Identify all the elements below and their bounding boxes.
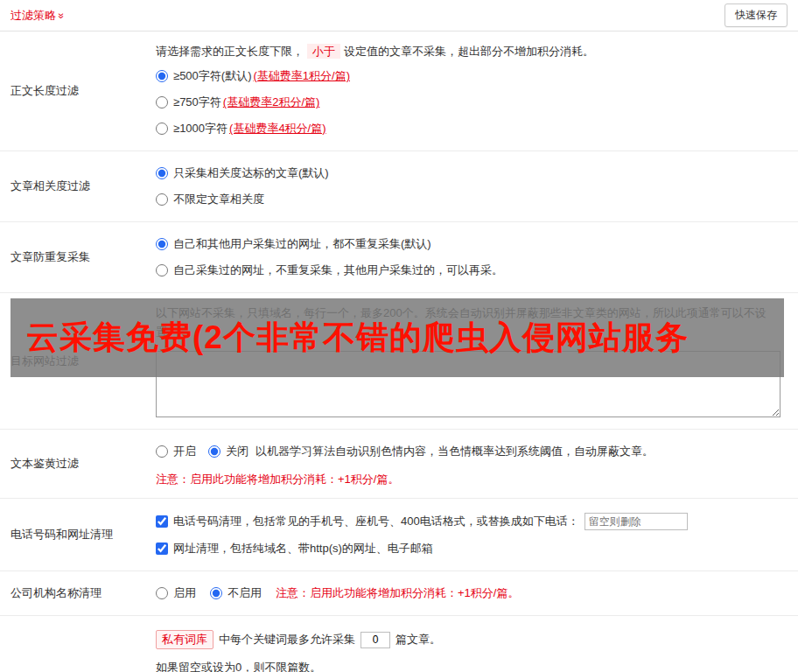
length-1000-fee-note: (基础费率4积分/篇) [229,121,326,136]
url-cleanup-line: 网址清理，包括纯域名、带http(s)的网址、电子邮箱 [156,536,786,562]
relevance-any-radio[interactable] [156,193,168,206]
row-dedup-collection: 文章防重复采集 自己和其他用户采集过的网址，都不重复采集(默认) 自己采集过的网… [0,222,798,293]
relevance-option-strict: 只采集相关度达标的文章(默认) [156,160,786,186]
length-option-500: ≥500字符(默认) (基础费率1积分/篇) [156,63,786,89]
private-dictionary-tag: 私有词库 [156,630,214,649]
company-disable-radio[interactable] [210,587,222,599]
dedup-self-radio[interactable] [156,264,168,276]
overlay-ad-text: 云采集免费(2个非常不错的爬虫入侵网站服务 [26,316,689,360]
row-content: 电话号码清理，包括常见的手机号、座机号、400电话格式，或替换成如下电话： 网址… [150,499,798,570]
filter-strategy-page: 过滤策略 » 快速保存 正文长度过滤 请选择需求的正文长度下限，小于设定值的文章… [0,0,798,672]
desc-post: 设定值的文章不采集，超出部分不增加积分消耗。 [344,45,594,58]
porn-on-label[interactable]: 开启 [173,444,196,459]
page-header: 过滤策略 » 快速保存 [0,0,798,32]
phone-cleanup-checkbox[interactable] [156,515,168,528]
keyword-note-zero: 如果留空或设为0，则不限篇数。 [156,654,786,672]
row-content: 只采集相关度达标的文章(默认) 不限定文章相关度 [150,151,798,221]
section-title-filter-strategy[interactable]: 过滤策略 » [10,8,65,24]
porn-off-radio[interactable] [208,445,220,458]
row-porn-filter: 文本鉴黄过滤 开启 关闭 以机器学习算法自动识别色情内容，当色情概率达到系统阈值… [0,430,798,499]
relevance-any-label[interactable]: 不限定文章相关度 [173,192,264,207]
length-option-1000: ≥1000字符 (基础费率4积分/篇) [156,116,786,142]
keyword-limit-suffix: 篇文章。 [396,632,441,648]
row-label: 电话号码和网址清理 [0,499,150,570]
length-750-fee-note: (基础费率2积分/篇) [223,94,320,110]
dedup-option-self: 自己采集过的网址，不重复采集，其他用户采集过的，可以再采。 [156,257,786,284]
row-phone-url-cleanup: 电话号码和网址清理 电话号码清理，包括常见的手机号、座机号、400电话格式，或替… [0,499,798,571]
row-label: 关键词防重复采集 [0,616,150,672]
phone-cleanup-label[interactable]: 电话号码清理，包括常见的手机号、座机号、400电话格式，或替换成如下电话： [173,514,579,529]
porn-filter-cost-note: 注意：启用此功能将增加积分消耗：+1积分/篇。 [156,465,786,489]
chevron-down-icon: » [55,12,67,18]
porn-filter-options: 开启 关闭 以机器学习算法自动识别色情内容，当色情概率达到系统阈值，自动屏蔽文章… [156,438,786,465]
quick-save-button[interactable]: 快速保存 [724,4,788,27]
porn-filter-description: 以机器学习算法自动识别色情内容，当色情概率达到系统阈值，自动屏蔽文章。 [256,444,654,459]
length-500-label[interactable]: ≥500字符(默认) [173,68,251,84]
desc-pre: 请选择需求的正文长度下限， [156,45,304,58]
dedup-global-label[interactable]: 自己和其他用户采集过的网址，都不重复采集(默认) [173,236,431,252]
relevance-strict-label[interactable]: 只采集相关度达标的文章(默认) [173,165,329,181]
phone-cleanup-line: 电话号码清理，包括常见的手机号、座机号、400电话格式，或替换成如下电话： [156,508,786,536]
length-750-label[interactable]: ≥750字符 [173,94,221,110]
overlay-ad-banner[interactable]: 云采集免费(2个非常不错的爬虫入侵网站服务 [10,298,784,377]
length-500-radio[interactable] [156,70,168,82]
row-label: 公司机构名称清理 [0,571,150,615]
page-title: 过滤策略 [10,8,56,24]
row-content: 自己和其他用户采集过的网址，都不重复采集(默认) 自己采集过的网址，不重复采集，… [150,222,798,292]
dedup-global-radio[interactable] [156,238,168,250]
length-option-750: ≥750字符 (基础费率2积分/篇) [156,89,786,116]
relevance-option-any: 不限定文章相关度 [156,186,786,213]
keyword-limit-input[interactable] [360,632,390,648]
keyword-limit-text: 中每个关键词最多允许采集 [219,632,355,648]
relevance-strict-radio[interactable] [156,167,168,179]
length-1000-radio[interactable] [156,122,168,135]
replacement-phone-input[interactable] [584,513,688,530]
row-content: 私有词库 中每个关键词最多允许采集 篇文章。 如果留空或设为0，则不限篇数。 如… [150,616,798,672]
row-body-length-filter: 正文长度过滤 请选择需求的正文长度下限，小于设定值的文章不采集，超出部分不增加积… [0,32,798,151]
company-enable-label[interactable]: 启用 [173,585,196,601]
dedup-self-label[interactable]: 自己采集过的网址，不重复采集，其他用户采集过的，可以再采。 [173,262,503,278]
length-750-radio[interactable] [156,96,168,108]
porn-off-label[interactable]: 关闭 [226,444,248,459]
row-content: 请选择需求的正文长度下限，小于设定值的文章不采集，超出部分不增加积分消耗。 ≥5… [150,32,798,150]
row-keyword-dedup: 关键词防重复采集 私有词库 中每个关键词最多允许采集 篇文章。 如果留空或设为0… [0,616,798,672]
row-relevance-filter: 文章相关度过滤 只采集相关度达标的文章(默认) 不限定文章相关度 [0,151,798,222]
row-label: 文本鉴黄过滤 [0,430,150,498]
row-label: 文章防重复采集 [0,222,150,292]
company-enable-radio[interactable] [156,587,168,599]
length-1000-label[interactable]: ≥1000字符 [173,121,228,136]
row-label: 文章相关度过滤 [0,151,150,221]
length-filter-description: 请选择需求的正文长度下限，小于设定值的文章不采集，超出部分不增加积分消耗。 [156,40,786,63]
dedup-option-global: 自己和其他用户采集过的网址，都不重复采集(默认) [156,231,786,257]
porn-on-radio[interactable] [156,445,168,458]
row-content: 启用 不启用 注意：启用此功能将增加积分消耗：+1积分/篇。 [150,571,798,615]
row-company-name-cleanup: 公司机构名称清理 启用 不启用 注意：启用此功能将增加积分消耗：+1积分/篇。 [0,571,798,616]
row-label: 正文长度过滤 [0,32,150,150]
company-cleanup-options: 启用 不启用 注意：启用此功能将增加积分消耗：+1积分/篇。 [156,580,786,606]
less-than-tag: 小于 [307,44,340,59]
row-content: 开启 关闭 以机器学习算法自动识别色情内容，当色情概率达到系统阈值，自动屏蔽文章… [150,430,798,498]
url-cleanup-label[interactable]: 网址清理，包括纯域名、带http(s)的网址、电子邮箱 [173,541,433,556]
url-cleanup-checkbox[interactable] [156,542,168,555]
company-disable-label[interactable]: 不启用 [228,585,262,601]
company-cleanup-cost-note: 注意：启用此功能将增加积分消耗：+1积分/篇。 [276,585,519,601]
keyword-limit-line: 私有词库 中每个关键词最多允许采集 篇文章。 [156,625,786,654]
length-500-fee-note: (基础费率1积分/篇) [253,68,350,84]
